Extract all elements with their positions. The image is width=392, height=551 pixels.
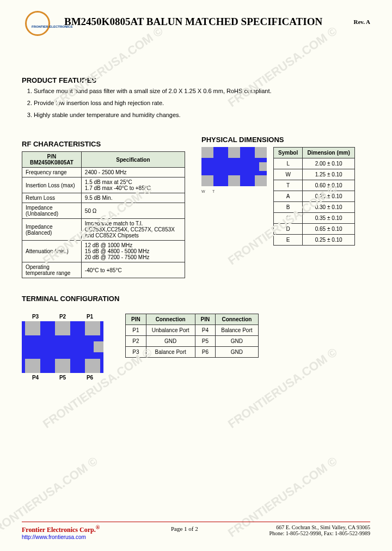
pin-cell: GND — [216, 336, 258, 347]
rf-head-spec: Specification — [81, 152, 185, 168]
revision-label: Rev. A — [353, 19, 370, 25]
dim-sym: D — [274, 224, 303, 235]
dim-val: 0.25 ± 0.10 — [303, 235, 355, 246]
pin-head: Connection — [216, 314, 258, 325]
terminal-diagram: P3 P2 P1 P4 P5 P6 — [22, 314, 103, 381]
dim-val: 0.65 ± 0.10 — [303, 224, 355, 235]
chip-pad — [255, 175, 267, 186]
pin-label: P5 — [59, 375, 66, 381]
footer-address: 667 E. Cochran St., Simi Valley, CA 9306… — [269, 524, 370, 540]
dim-val: 0.20 ± 0.10 — [303, 191, 355, 202]
chip-outline — [22, 321, 103, 373]
rf-heading: RF CHARACTERISTICS — [22, 140, 185, 148]
chip-pad — [85, 321, 100, 335]
pin-labels-bottom: P4 P5 P6 — [22, 375, 103, 381]
feature-item: Highly stable under temperature and humi… — [34, 112, 370, 118]
dimensions-table: Symbol Dimension (mm) L2.00 ± 0.10 W1.25… — [273, 147, 355, 246]
dim-val: 2.00 ± 0.10 — [303, 158, 355, 169]
chip-pad — [85, 359, 100, 373]
rf-block: RF CHARACTERISTICS P/N BM2450K0805AT Spe… — [22, 124, 185, 278]
pin-cell: Balance Port — [216, 325, 258, 336]
dim-val: 0.35 ± 0.10 — [303, 213, 355, 224]
chip-pad — [201, 175, 213, 186]
dim-sym: A — [274, 191, 303, 202]
footer-left: Frontier Electronics Corp.® http://www.f… — [22, 524, 100, 540]
chip-pad — [228, 175, 240, 186]
footer: Frontier Electronics Corp.® http://www.f… — [22, 522, 370, 540]
pin-cell: P1 — [126, 325, 146, 336]
terminal-heading: TERMINAL CONFIGURATION — [22, 295, 370, 303]
chip-pad — [94, 341, 103, 352]
feature-item: Provide low insertion loss and high reje… — [34, 100, 370, 106]
pin-labels-top: P3 P2 P1 — [22, 314, 103, 320]
header: FRONTIER ELECTRONICS BM2450K0805AT BALUN… — [22, 11, 370, 33]
page: FRONTIERUSA.COM © FRONTIERUSA.COM © FRON… — [0, 0, 392, 550]
chip-pad — [25, 321, 40, 335]
address-line: 667 E. Cochran St., Simi Valley, CA 9306… — [269, 524, 370, 530]
pin-label: P1 — [87, 314, 93, 320]
terminal-table: PIN Connection PIN Connection P1 Unbalan… — [125, 314, 259, 358]
chip-outline — [201, 147, 267, 186]
dim-head-dim: Dimension (mm) — [303, 148, 355, 158]
phone-line: Phone: 1-805-522-9998, Fax: 1-805-522-99… — [269, 530, 370, 536]
rf-val: 2400 - 2500 MHz — [81, 168, 185, 177]
rf-val: 12 dB @ 1000 MHz 15 dB @ 4800 - 5000 MHz… — [81, 241, 185, 262]
features-heading: PRODUCT FEATURES — [22, 76, 370, 84]
chip-pad — [25, 359, 40, 373]
rf-val: -40°C to +85°C — [81, 262, 185, 278]
chip-diagram: W T — [201, 147, 267, 193]
pin-cell: GND — [216, 347, 258, 358]
rf-val: 50 Ω — [81, 203, 185, 219]
pin-cell: P4 — [195, 325, 216, 336]
pin-label: P4 — [32, 375, 39, 381]
pin-head: PIN — [126, 314, 146, 325]
rf-key: Insertion Loss (max) — [22, 177, 82, 193]
dim-head-sym: Symbol — [274, 148, 303, 158]
page-title: BM2450K0805AT BALUN MATCHED SPECIFICATIO… — [64, 16, 349, 28]
pin-cell: GND — [146, 336, 195, 347]
dim-sym: B — [274, 202, 303, 213]
chip-pad — [201, 147, 213, 158]
dimensions-heading: PHYSICAL DIMENSIONS — [201, 136, 370, 144]
pin-cell: P6 — [195, 347, 216, 358]
rf-key: Return Loss — [22, 193, 82, 203]
dim-annot-row: W T — [201, 189, 267, 193]
rf-key: Operating temperature range — [22, 262, 82, 278]
dim-val: 0.60 ± 0.10 — [303, 180, 355, 191]
rf-head-pn: P/N BM2450K0805AT — [22, 152, 82, 168]
rf-table: P/N BM2450K0805AT Specification Frequenc… — [22, 151, 185, 278]
dim-sym: L — [274, 158, 303, 169]
dim-val: 1.25 ± 0.10 — [303, 169, 355, 180]
features-list: Surface mount band pass filter with a sm… — [22, 88, 370, 118]
dim-val: 0.30 ± 0.10 — [303, 202, 355, 213]
company-name: Frontier Electronics Corp.® — [22, 524, 100, 534]
pin-head: Connection — [146, 314, 195, 325]
rf-key: Frequency range — [22, 168, 82, 177]
dim-sym: W — [274, 169, 303, 180]
pin-cell: Unbalance Port — [146, 325, 195, 336]
dim-sym: T — [274, 180, 303, 191]
company-logo: FRONTIER ELECTRONICS — [22, 11, 60, 33]
pin-label: P6 — [87, 375, 93, 381]
chip-pad — [55, 321, 70, 335]
dimensions-block: PHYSICAL DIMENSIONS W T — [201, 124, 370, 246]
chip-pad — [255, 147, 267, 158]
page-number: Page 1 of 2 — [171, 525, 198, 532]
feature-item: Surface mount band pass filter with a sm… — [34, 88, 370, 94]
rf-key: Attenuation (min.) — [22, 241, 82, 262]
chip-pad — [259, 162, 267, 171]
chip-pad — [55, 359, 70, 373]
rf-val: 9.5 dB Min. — [81, 193, 185, 203]
rf-val: 1.5 dB max at 25°C 1.7 dB max -40°C to +… — [81, 177, 185, 193]
rf-key: Impedance (Unbalanced) — [22, 203, 82, 219]
dim-sym: C — [274, 213, 303, 224]
company-url[interactable]: http://www.frontierusa.com — [22, 534, 86, 540]
dim-sym: E — [274, 235, 303, 246]
chip-pad — [228, 147, 240, 158]
pin-cell: P3 — [126, 347, 146, 358]
pin-cell: Balance Port — [146, 347, 195, 358]
pin-label: P3 — [32, 314, 39, 320]
pin-cell: P5 — [195, 336, 216, 347]
pin-cell: P2 — [126, 336, 146, 347]
pin-label: P2 — [59, 314, 66, 320]
